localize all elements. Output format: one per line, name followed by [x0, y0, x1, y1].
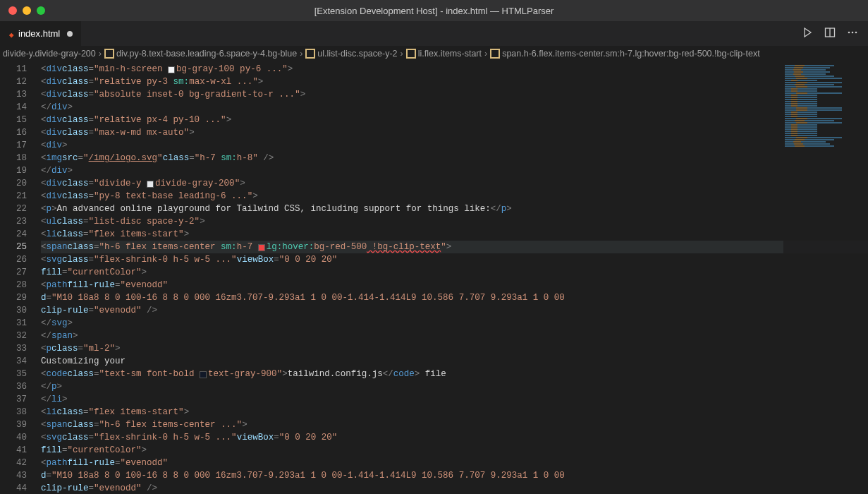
- breadcrumb-item[interactable]: ul.list-disc.space-y-2: [317, 49, 397, 59]
- run-icon[interactable]: [802, 27, 813, 40]
- line-number-gutter: 1112131415161718192021222324252627282930…: [0, 61, 41, 494]
- editor: 1112131415161718192021222324252627282930…: [0, 61, 868, 494]
- chevron-right-icon: ›: [484, 49, 487, 59]
- breadcrumb-item[interactable]: divide-y.divide-gray-200: [3, 49, 96, 59]
- breadcrumb-item[interactable]: li.flex.items-start: [418, 49, 482, 59]
- window-title: [Extension Development Host] - index.htm…: [314, 6, 554, 16]
- element-icon: [406, 49, 416, 59]
- titlebar: [Extension Development Host] - index.htm…: [0, 0, 868, 21]
- html-file-icon: ⬥: [8, 28, 14, 40]
- minimap[interactable]: [783, 61, 868, 494]
- tab-index-html[interactable]: ⬥ index.html: [0, 21, 81, 46]
- dirty-indicator: [67, 31, 73, 37]
- split-editor-icon[interactable]: [824, 27, 836, 40]
- element-icon: [305, 49, 315, 59]
- chevron-right-icon: ›: [99, 49, 102, 59]
- tab-bar: ⬥ index.html: [0, 21, 868, 46]
- svg-point-3: [852, 32, 854, 34]
- svg-point-4: [855, 32, 857, 34]
- chevron-right-icon: ›: [401, 49, 403, 59]
- traffic-lights: [8, 6, 45, 15]
- element-icon: [104, 49, 114, 59]
- close-window[interactable]: [8, 6, 17, 15]
- editor-actions: [802, 21, 868, 46]
- svg-point-2: [848, 32, 850, 34]
- breadcrumb-item[interactable]: span.h-6.flex.items-center.sm:h-7.lg:hov…: [502, 49, 759, 59]
- minimize-window[interactable]: [23, 6, 31, 15]
- maximize-window[interactable]: [37, 6, 45, 15]
- element-icon: [490, 49, 500, 59]
- chevron-right-icon: ›: [300, 49, 302, 59]
- breadcrumb-item[interactable]: div.py-8.text-base.leading-6.space-y-4.b…: [116, 49, 297, 59]
- more-actions-icon[interactable]: [847, 27, 858, 40]
- tab-filename: index.html: [18, 28, 60, 39]
- code-area[interactable]: <div class="min-h-screen bg-gray-100 py-…: [41, 61, 868, 494]
- breadcrumbs[interactable]: divide-y.divide-gray-200 › div.py-8.text…: [0, 46, 868, 61]
